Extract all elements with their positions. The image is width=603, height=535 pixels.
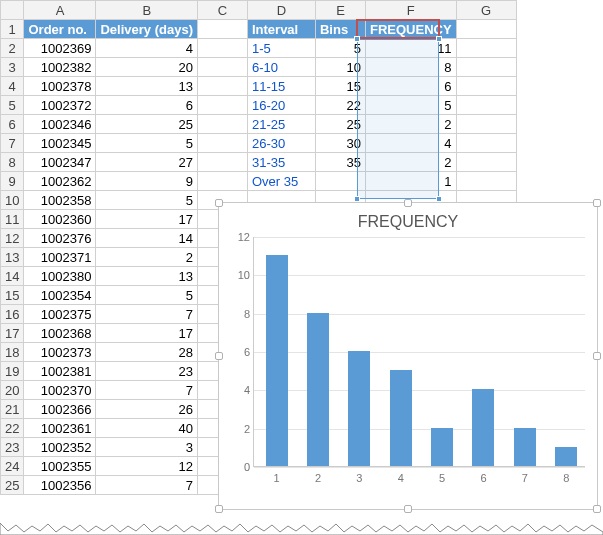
cell-A24[interactable]: 1002355: [24, 457, 96, 476]
row-header[interactable]: 13: [1, 248, 24, 267]
row-header[interactable]: 21: [1, 400, 24, 419]
cell-C2[interactable]: [197, 39, 247, 58]
cell-B7[interactable]: 5: [96, 134, 198, 153]
cell-A20[interactable]: 1002370: [24, 381, 96, 400]
cell-A25[interactable]: 1002356: [24, 476, 96, 495]
chart-object[interactable]: FREQUENCY 02468101212345678: [218, 202, 598, 510]
cell-B23[interactable]: 3: [96, 438, 198, 457]
cell-D3[interactable]: 6-10: [247, 58, 315, 77]
chart-bar[interactable]: [348, 351, 370, 466]
cell-D9[interactable]: Over 35: [247, 172, 315, 191]
cell-B1[interactable]: Delivery (days): [96, 20, 198, 39]
cell-B25[interactable]: 7: [96, 476, 198, 495]
cell-D6[interactable]: 21-25: [247, 115, 315, 134]
cell-B11[interactable]: 17: [96, 210, 198, 229]
range-handle-tr[interactable]: [436, 36, 442, 42]
cell-B20[interactable]: 7: [96, 381, 198, 400]
cell-E9[interactable]: [315, 172, 365, 191]
chart-bar[interactable]: [390, 370, 412, 466]
cell-D4[interactable]: 11-15: [247, 77, 315, 96]
row-header[interactable]: 8: [1, 153, 24, 172]
cell-A13[interactable]: 1002371: [24, 248, 96, 267]
chart-handle[interactable]: [215, 352, 223, 360]
cell-B10[interactable]: 5: [96, 191, 198, 210]
chart-handle[interactable]: [215, 505, 223, 513]
row-header[interactable]: 2: [1, 39, 24, 58]
cell-E8[interactable]: 35: [315, 153, 365, 172]
row-header[interactable]: 22: [1, 419, 24, 438]
cell-F9[interactable]: 1: [365, 172, 456, 191]
cell-D1[interactable]: Interval: [247, 20, 315, 39]
chart-handle[interactable]: [404, 199, 412, 207]
cell-B21[interactable]: 26: [96, 400, 198, 419]
cell-G5[interactable]: [456, 96, 516, 115]
cell-A5[interactable]: 1002372: [24, 96, 96, 115]
cell-A14[interactable]: 1002380: [24, 267, 96, 286]
chart-bar[interactable]: [514, 428, 536, 466]
cell-A6[interactable]: 1002346: [24, 115, 96, 134]
chart-handle[interactable]: [593, 505, 601, 513]
cell-A3[interactable]: 1002382: [24, 58, 96, 77]
cell-C1[interactable]: [197, 20, 247, 39]
cell-B8[interactable]: 27: [96, 153, 198, 172]
row-header[interactable]: 17: [1, 324, 24, 343]
row-header[interactable]: 18: [1, 343, 24, 362]
row-header[interactable]: 1: [1, 20, 24, 39]
cell-A23[interactable]: 1002352: [24, 438, 96, 457]
row-header[interactable]: 23: [1, 438, 24, 457]
cell-B2[interactable]: 4: [96, 39, 198, 58]
cell-B14[interactable]: 13: [96, 267, 198, 286]
corner-cell[interactable]: [1, 1, 24, 20]
cell-F8[interactable]: 2: [365, 153, 456, 172]
chart-bar[interactable]: [431, 428, 453, 466]
cell-F3[interactable]: 8: [365, 58, 456, 77]
col-header-A[interactable]: A: [24, 1, 96, 20]
cell-A15[interactable]: 1002354: [24, 286, 96, 305]
col-header-C[interactable]: C: [197, 1, 247, 20]
row-header[interactable]: 16: [1, 305, 24, 324]
cell-E7[interactable]: 30: [315, 134, 365, 153]
cell-A11[interactable]: 1002360: [24, 210, 96, 229]
cell-D5[interactable]: 16-20: [247, 96, 315, 115]
col-header-G[interactable]: G: [456, 1, 516, 20]
cell-D8[interactable]: 31-35: [247, 153, 315, 172]
cell-B6[interactable]: 25: [96, 115, 198, 134]
cell-G7[interactable]: [456, 134, 516, 153]
cell-C9[interactable]: [197, 172, 247, 191]
cell-B5[interactable]: 6: [96, 96, 198, 115]
chart-handle[interactable]: [593, 199, 601, 207]
row-header[interactable]: 14: [1, 267, 24, 286]
col-header-E[interactable]: E: [315, 1, 365, 20]
cell-A2[interactable]: 1002369: [24, 39, 96, 58]
row-header[interactable]: 11: [1, 210, 24, 229]
chart-bar[interactable]: [266, 255, 288, 466]
col-header-B[interactable]: B: [96, 1, 198, 20]
cell-F5[interactable]: 5: [365, 96, 456, 115]
cell-F7[interactable]: 4: [365, 134, 456, 153]
cell-A19[interactable]: 1002381: [24, 362, 96, 381]
cell-D2[interactable]: 1-5: [247, 39, 315, 58]
cell-G4[interactable]: [456, 77, 516, 96]
cell-C8[interactable]: [197, 153, 247, 172]
cell-F4[interactable]: 6: [365, 77, 456, 96]
cell-B19[interactable]: 23: [96, 362, 198, 381]
cell-C7[interactable]: [197, 134, 247, 153]
cell-A17[interactable]: 1002368: [24, 324, 96, 343]
cell-E3[interactable]: 10: [315, 58, 365, 77]
row-header[interactable]: 20: [1, 381, 24, 400]
cell-G2[interactable]: [456, 39, 516, 58]
cell-A16[interactable]: 1002375: [24, 305, 96, 324]
cell-D7[interactable]: 26-30: [247, 134, 315, 153]
col-header-F[interactable]: F: [365, 1, 456, 20]
cell-C5[interactable]: [197, 96, 247, 115]
chart-title[interactable]: FREQUENCY: [219, 213, 597, 231]
cell-B13[interactable]: 2: [96, 248, 198, 267]
cell-B3[interactable]: 20: [96, 58, 198, 77]
cell-A22[interactable]: 1002361: [24, 419, 96, 438]
cell-B9[interactable]: 9: [96, 172, 198, 191]
range-handle-tl[interactable]: [354, 36, 360, 42]
row-header[interactable]: 7: [1, 134, 24, 153]
cell-C4[interactable]: [197, 77, 247, 96]
cell-F2[interactable]: 11: [365, 39, 456, 58]
row-header[interactable]: 10: [1, 191, 24, 210]
